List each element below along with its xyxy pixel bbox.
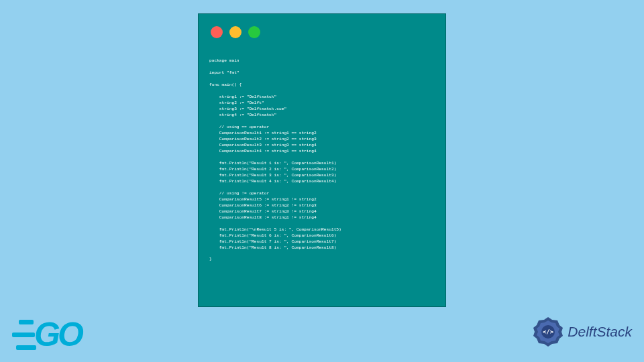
- delft-icon-text: </>: [543, 328, 554, 335]
- close-dot-icon: [211, 26, 223, 38]
- go-speed-lines-icon: [7, 320, 36, 350]
- code-content: package main import "fmt" func main() { …: [209, 58, 435, 263]
- code-window: package main import "fmt" func main() { …: [198, 13, 446, 307]
- go-logo: GO: [7, 315, 81, 354]
- window-controls: [211, 26, 260, 38]
- maximize-dot-icon: [248, 26, 260, 38]
- delft-stack-logo: </> DelftStack: [531, 315, 632, 349]
- minimize-dot-icon: [229, 26, 241, 38]
- go-logo-text: GO: [34, 315, 81, 354]
- delft-gear-icon: </>: [531, 315, 565, 349]
- delft-stack-text: DelftStack: [568, 324, 632, 340]
